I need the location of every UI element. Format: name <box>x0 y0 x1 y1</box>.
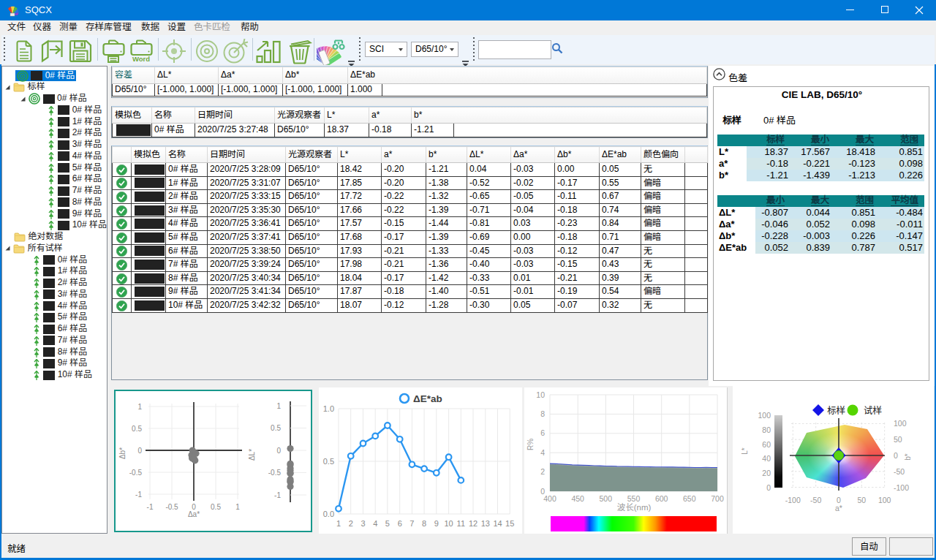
svg-text:1: 1 <box>235 503 240 511</box>
svg-text:7: 7 <box>410 519 414 528</box>
svg-text:11: 11 <box>457 519 465 528</box>
svg-text:-0.5: -0.5 <box>268 469 282 477</box>
svg-text:R%: R% <box>526 439 535 450</box>
svg-text:Δa*: Δa* <box>188 510 200 518</box>
svg-text:-50: -50 <box>894 467 905 476</box>
svg-text:14: 14 <box>493 519 502 528</box>
svg-text:0: 0 <box>766 483 771 492</box>
svg-text:4: 4 <box>373 519 377 528</box>
svg-text:6: 6 <box>398 519 402 528</box>
svg-text:1.0: 1.0 <box>323 404 334 413</box>
svg-text:试样: 试样 <box>864 406 882 416</box>
svg-text:波长(nm): 波长(nm) <box>617 503 652 512</box>
svg-text:0: 0 <box>276 447 281 455</box>
svg-text:40: 40 <box>762 454 771 463</box>
svg-text:8: 8 <box>540 409 545 418</box>
svg-text:2: 2 <box>349 519 353 528</box>
svg-text:0.0: 0.0 <box>323 510 334 518</box>
svg-text:100: 100 <box>894 419 907 428</box>
svg-text:L*: L* <box>741 447 749 455</box>
svg-text:0.5: 0.5 <box>132 425 142 433</box>
svg-text:500: 500 <box>600 494 613 503</box>
svg-text:3: 3 <box>361 519 365 528</box>
svg-text:-50: -50 <box>810 496 821 504</box>
svg-text:9: 9 <box>434 519 439 528</box>
svg-text:-0.5: -0.5 <box>129 469 143 477</box>
svg-text:标样: 标样 <box>827 406 845 416</box>
svg-text:-100: -100 <box>785 496 801 504</box>
svg-text:-1: -1 <box>274 491 281 499</box>
svg-text:-0.5: -0.5 <box>165 503 178 511</box>
svg-text:0.5: 0.5 <box>323 457 334 466</box>
svg-text:ΔE*ab: ΔE*ab <box>413 393 442 404</box>
svg-text:10: 10 <box>536 390 545 399</box>
svg-text:1: 1 <box>276 402 281 410</box>
svg-text:80: 80 <box>762 425 771 434</box>
svg-text:100: 100 <box>878 496 891 504</box>
svg-text:12: 12 <box>469 519 478 528</box>
svg-text:0.5: 0.5 <box>211 503 221 511</box>
svg-text:600: 600 <box>655 494 668 503</box>
svg-text:700: 700 <box>711 494 724 503</box>
svg-text:4: 4 <box>540 448 545 457</box>
svg-text:50: 50 <box>894 435 902 444</box>
svg-text:20: 20 <box>762 469 771 477</box>
svg-text:650: 650 <box>683 494 696 503</box>
svg-text:1: 1 <box>336 519 341 528</box>
svg-text:10: 10 <box>444 519 453 528</box>
svg-text:-1: -1 <box>147 503 154 511</box>
svg-text:8: 8 <box>422 519 426 528</box>
svg-text:5: 5 <box>385 519 390 528</box>
svg-text:60: 60 <box>762 440 771 449</box>
svg-text:0: 0 <box>137 447 142 455</box>
svg-text:0.5: 0.5 <box>271 424 281 432</box>
svg-text:100: 100 <box>758 411 771 420</box>
svg-text:15: 15 <box>505 519 514 528</box>
svg-text:b*: b* <box>904 453 912 461</box>
svg-text:550: 550 <box>627 494 641 503</box>
svg-text:50: 50 <box>857 496 866 504</box>
svg-text:-1: -1 <box>135 491 142 499</box>
svg-text:400: 400 <box>543 494 556 503</box>
svg-text:a*: a* <box>835 504 842 512</box>
svg-text:-100: -100 <box>894 483 909 492</box>
svg-text:450: 450 <box>571 494 584 503</box>
svg-text:2: 2 <box>540 467 545 476</box>
svg-text:ΔL*: ΔL* <box>248 449 256 461</box>
svg-text:1: 1 <box>137 403 142 411</box>
svg-text:Word: Word <box>132 55 150 63</box>
svg-text:6: 6 <box>540 428 545 437</box>
svg-text:0: 0 <box>894 451 898 460</box>
svg-text:13: 13 <box>481 519 490 528</box>
svg-text:Δb*: Δb* <box>118 447 127 459</box>
